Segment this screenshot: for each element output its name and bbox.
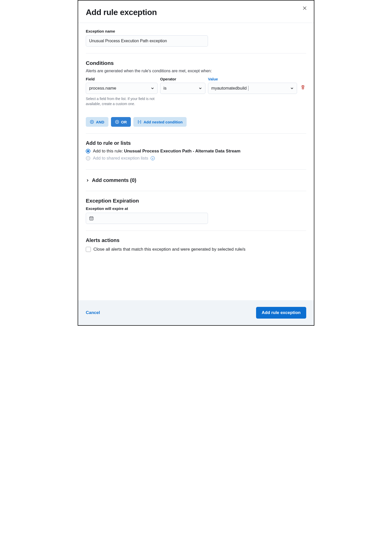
operator-label: Operator bbox=[160, 77, 205, 81]
field-column: Field process.name Select a field from t… bbox=[86, 77, 158, 106]
modal-header: Add rule exception bbox=[78, 1, 314, 23]
or-button[interactable]: OR bbox=[111, 117, 131, 127]
condition-buttons: AND OR Add nested condition bbox=[86, 117, 306, 127]
and-button[interactable]: AND bbox=[86, 117, 108, 127]
add-to-heading: Add to rule or lists bbox=[86, 140, 306, 146]
conditions-description: Alerts are generated when the rule's con… bbox=[86, 69, 306, 73]
plus-circle-icon bbox=[90, 120, 94, 124]
radio-option1-prefix: Add to this rule: bbox=[93, 149, 123, 154]
add-nested-button-label: Add nested condition bbox=[144, 120, 183, 124]
field-value: process.name bbox=[89, 86, 116, 91]
delete-condition-button[interactable] bbox=[300, 85, 306, 90]
expiration-label: Exception will expire at bbox=[86, 206, 306, 211]
operator-select[interactable]: is bbox=[160, 83, 205, 94]
modal-title: Add rule exception bbox=[86, 8, 157, 17]
value-label: Value bbox=[208, 77, 297, 81]
add-to-section: Add to rule or lists Add to this rule: U… bbox=[86, 140, 306, 170]
exception-name-section: Exception name bbox=[86, 29, 306, 53]
operator-value: is bbox=[163, 86, 166, 91]
cancel-button[interactable]: Cancel bbox=[86, 310, 100, 315]
calendar-icon bbox=[89, 216, 94, 221]
svg-point-15 bbox=[90, 218, 91, 219]
modal-body: Exception name Conditions Alerts are gen… bbox=[78, 23, 314, 300]
conditions-heading: Conditions bbox=[86, 60, 306, 66]
chevron-down-icon bbox=[290, 87, 294, 90]
alerts-actions-heading: Alerts actions bbox=[86, 237, 306, 243]
expiration-date-input[interactable] bbox=[86, 213, 208, 224]
or-button-label: OR bbox=[121, 120, 127, 124]
radio-option2-label: Add to shared exception lists bbox=[93, 156, 148, 161]
alerts-actions-section: Alerts actions Close all alerts that mat… bbox=[86, 237, 306, 259]
expiration-heading: Exception Expiration bbox=[86, 198, 306, 204]
submit-button[interactable]: Add rule exception bbox=[256, 307, 306, 319]
field-label: Field bbox=[86, 77, 158, 81]
svg-point-8 bbox=[139, 122, 139, 122]
add-comments-label: Add comments (0) bbox=[92, 177, 136, 183]
add-rule-exception-modal: Add rule exception Exception name Condit… bbox=[78, 0, 314, 326]
comments-section: Add comments (0) bbox=[86, 176, 306, 191]
nested-icon bbox=[137, 120, 142, 124]
svg-point-18 bbox=[90, 219, 91, 220]
value-combobox[interactable]: myautomatedbuild bbox=[208, 83, 297, 94]
value-column: Value myautomatedbuild bbox=[208, 77, 297, 94]
modal-footer: Cancel Add rule exception bbox=[78, 300, 314, 325]
condition-row: Field process.name Select a field from t… bbox=[86, 77, 306, 106]
value-text: myautomatedbuild bbox=[211, 86, 247, 91]
svg-point-10 bbox=[140, 122, 140, 122]
field-select[interactable]: process.name bbox=[86, 83, 158, 94]
add-nested-button[interactable]: Add nested condition bbox=[133, 117, 187, 127]
svg-point-17 bbox=[92, 218, 92, 219]
field-help-text: Select a field from the list. If your fi… bbox=[86, 96, 157, 106]
text-cursor bbox=[248, 86, 248, 91]
radio-selected-icon bbox=[86, 149, 90, 153]
close-alerts-checkbox-row[interactable]: Close all alerts that match this excepti… bbox=[86, 247, 306, 252]
add-comments-toggle[interactable]: Add comments (0) bbox=[86, 176, 306, 184]
info-icon[interactable]: i bbox=[151, 156, 155, 160]
svg-point-9 bbox=[139, 122, 140, 122]
radio-disabled-icon bbox=[86, 156, 90, 161]
svg-point-20 bbox=[92, 219, 92, 220]
radio-add-to-this-rule[interactable]: Add to this rule: Unusual Process Execut… bbox=[86, 149, 306, 154]
exception-name-label: Exception name bbox=[86, 29, 306, 33]
plus-circle-icon bbox=[115, 120, 119, 124]
close-icon[interactable] bbox=[302, 5, 308, 11]
radio-option1-rule: Unusual Process Execution Path - Alterna… bbox=[124, 149, 241, 154]
chevron-down-icon bbox=[199, 87, 202, 90]
operator-column: Operator is bbox=[160, 77, 205, 94]
conditions-section: Conditions Alerts are generated when the… bbox=[86, 60, 306, 134]
exception-name-input[interactable] bbox=[86, 35, 208, 47]
svg-point-19 bbox=[91, 219, 92, 220]
svg-point-16 bbox=[91, 218, 92, 219]
close-alerts-label: Close all alerts that match this excepti… bbox=[93, 247, 245, 252]
and-button-label: AND bbox=[96, 120, 104, 124]
chevron-right-icon bbox=[86, 179, 89, 182]
chevron-down-icon bbox=[151, 87, 154, 90]
expiration-section: Exception Expiration Exception will expi… bbox=[86, 198, 306, 231]
checkbox-unchecked-icon bbox=[86, 247, 91, 252]
radio-add-to-shared-lists: Add to shared exception lists i bbox=[86, 156, 306, 161]
